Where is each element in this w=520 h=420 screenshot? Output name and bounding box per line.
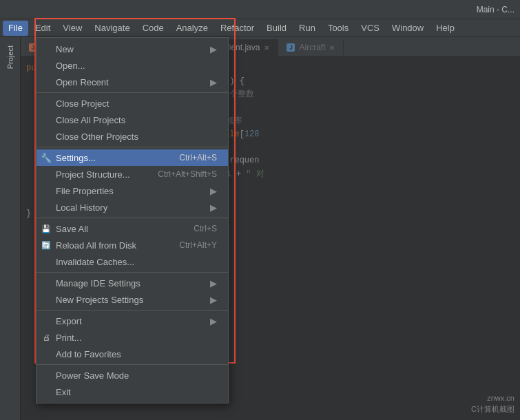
menu-project-structure-label: Project Structure... [56,169,130,180]
file-menu-panel: New ▶ Open... Open Recent ▶ Close Projec… [36,37,229,403]
menu-item-power-save[interactable]: Power Save Mode [37,367,228,384]
settings-shortcut: Ctrl+Alt+S [179,153,217,162]
menu-new-label: New [56,44,74,54]
menu-close-all-label: Close All Projects [56,115,125,125]
left-sidebar: Project [0,37,21,420]
save-all-shortcut: Ctrl+S [194,224,217,233]
separator-5 [37,310,228,311]
new-arrow: ▶ [210,44,217,54]
title-text: Main - C... [477,5,514,14]
menu-item-save-all[interactable]: 💾 Save All Ctrl+S [37,220,228,237]
menu-power-save-label: Power Save Mode [56,370,129,381]
menu-item-new[interactable]: New ▶ [37,41,228,57]
menu-item-local-history[interactable]: Local History ▶ [37,199,228,216]
menu-item-print[interactable]: 🖨 Print... [37,329,228,346]
menu-file[interactable]: File [3,21,28,36]
menu-item-project-structure[interactable]: Project Structure... Ctrl+Alt+Shift+S [37,166,228,182]
menu-item-exit[interactable]: Exit [37,384,228,400]
save-all-icon: 💾 [41,224,52,233]
menu-navigate[interactable]: Navigate [89,21,135,36]
menu-bar: File Edit View Navigate Code Analyze Ref… [0,19,520,37]
sidebar-project-tab[interactable]: Project [3,40,17,74]
menu-export-label: Export [56,316,82,326]
separator-1 [37,92,228,93]
menu-build[interactable]: Build [261,21,292,36]
menu-code[interactable]: Code [137,21,169,36]
separator-6 [37,364,228,365]
menu-refactor[interactable]: Refactor [215,21,260,36]
watermark-line2: C计算机截图 [471,404,514,414]
menu-view[interactable]: View [57,21,87,36]
tab-icon-aircraft: J [287,43,295,52]
menu-vcs[interactable]: VCS [355,21,385,36]
tab-close-client[interactable]: ✕ [264,44,269,52]
menu-invalidate-label: Invalidate Caches... [56,257,134,267]
menu-print-label: Print... [56,333,82,343]
open-recent-arrow: ▶ [210,77,217,87]
print-icon: 🖨 [41,333,52,342]
local-history-arrow: ▶ [210,202,217,213]
menu-window[interactable]: Window [386,21,429,36]
menu-item-settings[interactable]: 🔧 Settings... Ctrl+Alt+S [37,149,228,166]
menu-item-manage-ide[interactable]: Manage IDE Settings ▶ [37,275,228,291]
tab-close-aircraft[interactable]: ✕ [329,44,335,52]
menu-item-close-other[interactable]: Close Other Projects [37,128,228,145]
menu-close-other-label: Close Other Projects [56,132,138,142]
menu-manage-ide-label: Manage IDE Settings [56,278,141,288]
separator-3 [37,218,228,218]
tab-aircraft[interactable]: J Aircraft ✕ [278,39,344,56]
menu-item-file-properties[interactable]: File Properties ▶ [37,182,228,199]
menu-new-projects-settings-label: New Projects Settings [56,295,143,305]
menu-item-open-recent[interactable]: Open Recent ▶ [37,74,228,90]
settings-icon: 🔧 [41,153,52,163]
separator-2 [37,147,228,147]
menu-item-reload[interactable]: 🔄 Reload All from Disk Ctrl+Alt+Y [37,237,228,253]
reload-shortcut: Ctrl+Alt+Y [179,240,217,250]
tab-label-aircraft: Aircraft [299,43,325,52]
menu-reload-label: Reload All from Disk [56,240,136,251]
manage-ide-arrow: ▶ [210,278,217,288]
menu-settings-label: Settings... [56,153,96,163]
menu-run[interactable]: Run [293,21,321,36]
file-properties-arrow: ▶ [210,186,217,196]
export-arrow: ▶ [210,316,217,326]
menu-analyze[interactable]: Analyze [171,21,214,36]
menu-edit[interactable]: Edit [30,21,56,36]
menu-item-open[interactable]: Open... [37,57,228,74]
title-bar: Main - C... [0,0,520,19]
new-projects-settings-arrow: ▶ [210,295,217,305]
menu-open-recent-label: Open Recent [56,77,109,87]
file-menu-dropdown: New ▶ Open... Open Recent ▶ Close Projec… [36,37,229,403]
ide-window: Main - C... File Edit View Navigate Code… [0,0,520,420]
menu-item-close-all[interactable]: Close All Projects [37,112,228,128]
project-structure-shortcut: Ctrl+Alt+Shift+S [158,169,217,179]
menu-item-new-projects-settings[interactable]: New Projects Settings ▶ [37,291,228,308]
menu-exit-label: Exit [56,387,71,397]
menu-save-all-label: Save All [56,224,88,234]
menu-tools[interactable]: Tools [322,21,354,36]
menu-add-favorites-label: Add to Favorites [56,349,121,359]
menu-item-export[interactable]: Export ▶ [37,313,228,329]
menu-help[interactable]: Help [430,21,460,36]
menu-open-label: Open... [56,61,85,71]
menu-file-properties-label: File Properties [56,186,114,196]
watermark: znwx.cn C计算机截图 [471,393,514,414]
separator-4 [37,272,228,273]
menu-local-history-label: Local History [56,202,107,213]
menu-item-add-favorites[interactable]: Add to Favorites [37,346,228,362]
reload-icon: 🔄 [41,241,52,250]
menu-close-project-label: Close Project [56,98,109,109]
watermark-line1: znwx.cn [471,393,514,403]
menu-item-invalidate[interactable]: Invalidate Caches... [37,253,228,270]
menu-item-close-project[interactable]: Close Project [37,95,228,112]
